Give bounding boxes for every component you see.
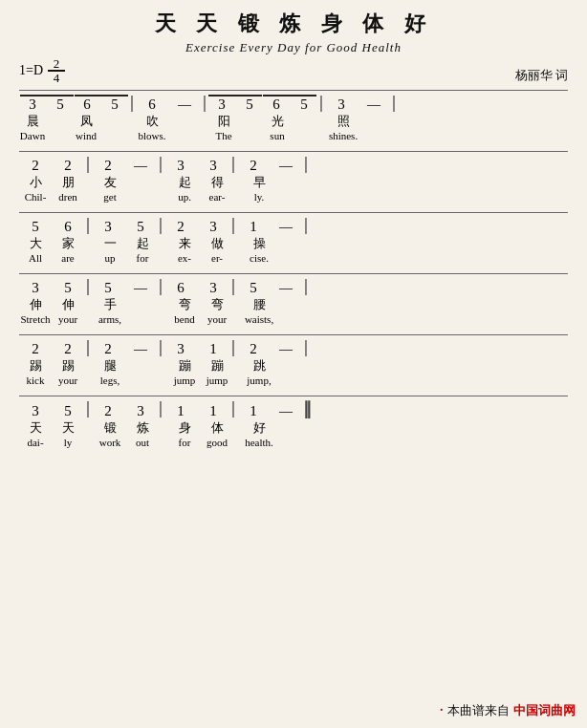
- note-cell: 5: [19, 219, 52, 235]
- time-top: 2: [54, 57, 60, 70]
- lyric-cn-cell: 一: [94, 236, 126, 252]
- note-cell: 1: [197, 403, 229, 419]
- lyric-en-cell: arms,: [94, 313, 126, 325]
- lyric-en-cell: kick: [19, 375, 52, 386]
- lyric-cn-cell: 腰: [243, 297, 275, 313]
- lyric-cn-cell: 起: [168, 175, 201, 191]
- note-cell: —: [124, 281, 157, 296]
- lyric-cn-cell: 好: [243, 420, 275, 437]
- lyric-en-cell: wind: [73, 130, 99, 141]
- lyric-en-cell: [275, 252, 308, 264]
- lyric-cn-line-1: 晨凤吹阳光照: [19, 113, 568, 130]
- lyric-en-cell: [46, 130, 73, 141]
- lyric-en-cell: jump: [168, 375, 201, 386]
- barline: |: [229, 398, 237, 418]
- beam-group: 65: [263, 95, 317, 113]
- beam-group: 35: [19, 95, 74, 113]
- note-cell: 2: [19, 158, 52, 174]
- lyric-cn-cell: [99, 114, 126, 130]
- barline: |: [317, 93, 325, 113]
- lyric-cn-cell: 弯: [201, 297, 233, 313]
- lyric-cn-cell: 晨: [19, 114, 46, 130]
- lyric-cn-cell: [291, 114, 317, 130]
- lyric-en-cell: ly.: [243, 191, 275, 203]
- lyric-cn-cell: [126, 358, 159, 375]
- lyric-cn-cell: 弯: [168, 297, 201, 313]
- footer-text2: 中国词曲网: [513, 702, 576, 719]
- lyric-cn-cell: [275, 236, 308, 252]
- lyric-cn-cell: 蹦: [201, 358, 233, 375]
- lyric-cn-cell: [359, 114, 392, 130]
- barline: |: [302, 215, 310, 235]
- lyric-cn-cell: 伸: [52, 297, 84, 313]
- author: 杨丽华 词: [515, 67, 568, 84]
- title-en: Exercise Every Day for Good Health: [19, 40, 568, 55]
- lyric-en-cell: [275, 313, 308, 325]
- lyric-cn-cell: 凤: [73, 114, 99, 130]
- note-cell: 2: [52, 158, 84, 174]
- lyric-en-cell: [126, 313, 159, 325]
- lyric-cn-cell: 手: [94, 297, 126, 313]
- lyric-cn-cell: [275, 297, 308, 313]
- lyric-en-cell: for: [126, 252, 159, 264]
- lyric-en-cell: your: [201, 313, 233, 325]
- lyric-en-cell: your: [52, 375, 84, 386]
- lyric-cn-line-6: 天天锻炼身体好: [19, 419, 568, 437]
- note-cell: 5: [52, 280, 84, 296]
- lyric-cn-cell: [126, 175, 159, 191]
- lyric-en-line-3: Allareupforex-er-cise.: [19, 252, 568, 269]
- lyric-en-cell: waists,: [243, 313, 275, 325]
- note-cell: 2: [237, 341, 270, 357]
- note-cell: —: [270, 281, 302, 296]
- note-cell: 5: [237, 280, 270, 296]
- note-cell: 3: [164, 341, 197, 357]
- note-cell: 2: [52, 341, 84, 357]
- lyric-en-cell: up.: [168, 191, 201, 203]
- key-label: 1=D: [19, 63, 43, 78]
- note-cell: 3: [124, 403, 157, 419]
- note-cell: —: [270, 404, 302, 419]
- lyric-en-cell: Chil-: [19, 191, 52, 203]
- lyric-cn-cell: 身: [168, 420, 201, 437]
- lyric-cn-line-5: 踢踢腿蹦蹦跳: [19, 357, 568, 375]
- lyric-cn-cell: 腿: [94, 358, 126, 375]
- note-cell: 3: [325, 96, 358, 113]
- lyric-en-cell: The: [210, 130, 237, 141]
- final-barline: ‖: [302, 398, 313, 419]
- footer-dot: ·: [440, 700, 445, 720]
- lyric-cn-cell: [237, 114, 264, 130]
- barline: |: [157, 337, 164, 357]
- barline: |: [84, 276, 92, 296]
- lyric-en-cell: get: [94, 191, 126, 203]
- note-cell: 2: [92, 158, 124, 174]
- note-cell: 2: [92, 403, 124, 419]
- barline: |: [229, 215, 237, 235]
- barline: |: [302, 154, 310, 174]
- note-cell: 3: [19, 403, 52, 419]
- score-line-5: 22|2—|31|2—|踢踢腿蹦蹦跳kickyourlegs,jumpjumpj…: [19, 334, 568, 392]
- lyric-cn-cell: 体: [201, 420, 233, 437]
- note-cell: 1: [197, 341, 229, 357]
- note-cell: 3: [19, 280, 52, 296]
- lyric-en-cell: up: [94, 252, 126, 264]
- lyric-en-cell: [275, 191, 308, 203]
- lyric-cn-cell: 锻: [94, 420, 126, 437]
- note-cell: 5: [92, 280, 124, 296]
- lyric-en-cell: [99, 130, 126, 141]
- notes-line-3: 56|35|23|1—|: [19, 212, 568, 235]
- lyric-cn-cell: [275, 420, 308, 437]
- lyric-en-cell: ex-: [168, 252, 201, 264]
- lyric-en-cell: [359, 130, 392, 141]
- lyric-en-cell: are: [52, 252, 84, 264]
- lyric-cn-cell: [275, 358, 308, 375]
- lyric-en-cell: All: [19, 252, 52, 264]
- lyric-en-cell: out: [126, 437, 159, 448]
- note-cell: 5: [52, 403, 84, 419]
- lyric-en-cell: ear-: [201, 191, 233, 203]
- note-cell: —: [270, 159, 302, 174]
- lyric-en-cell: jump,: [243, 375, 275, 386]
- note-cell: —: [124, 159, 157, 174]
- lyric-cn-cell: 踢: [19, 358, 52, 375]
- lyric-cn-cell: 操: [243, 236, 275, 252]
- barline: |: [157, 276, 164, 296]
